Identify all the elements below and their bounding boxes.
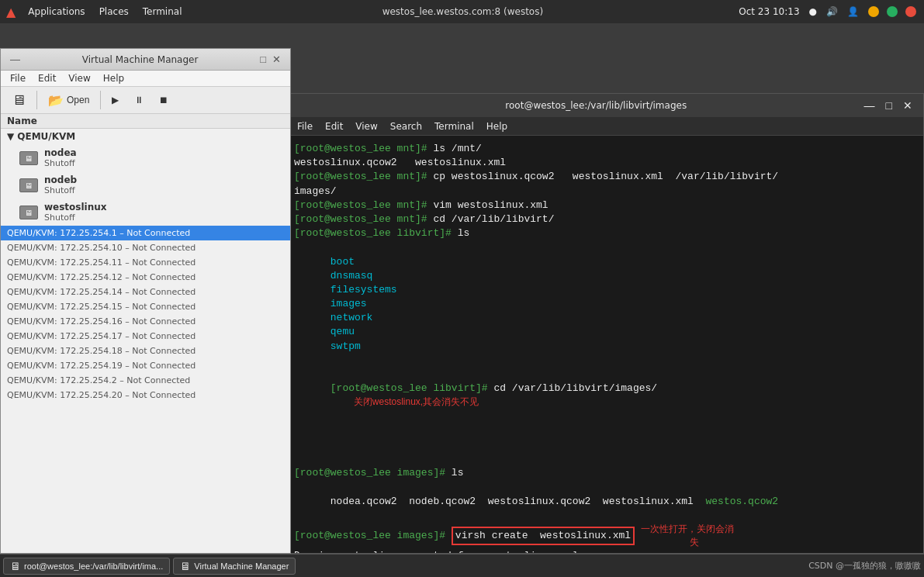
maximize-button[interactable] (887, 6, 898, 17)
vm-network-4[interactable]: QEMU/KVM: 172.25.254.12 – Not Connected (1, 270, 290, 285)
vm-network-11[interactable]: QEMU/KVM: 172.25.254.2 – Not Connected (1, 373, 290, 388)
terminal-menu-edit[interactable]: Edit (319, 119, 349, 133)
top-taskbar: ▲ Applications Places Terminal westos_le… (0, 0, 924, 23)
vm-info-nodeb: nodeb Shutoff (44, 174, 77, 195)
virsh-create-cmd: virsh create westoslinux.xml (452, 527, 635, 545)
terminal-window: root@westos_lee:/var/lib/libvirt/images … (287, 93, 924, 554)
vmm-toolbar: 🖥 📂 Open ▶ ⏸ ⏹ (1, 87, 290, 114)
vm-network-3[interactable]: QEMU/KVM: 172.25.254.11 – Not Connected (1, 255, 290, 270)
terminal-line-12: Domain westoslinux created from westosli… (294, 549, 917, 553)
taskbar-terminal-btn[interactable]: 🖥 root@westos_lee:/var/lib/libvirt/ima..… (3, 558, 170, 575)
menu-terminal[interactable]: Terminal (137, 5, 189, 19)
vmm-menu-file[interactable]: File (4, 71, 32, 85)
vm-network-10[interactable]: QEMU/KVM: 172.25.254.19 – Not Connected (1, 358, 290, 373)
bottom-right-text: CSDN @一孤独的狼，嗷嗷嗷 (808, 560, 921, 572)
vm-network-1[interactable]: QEMU/KVM: 172.25.254.1 – Not Connected (1, 226, 290, 240)
taskbar-logo: ▲ (6, 5, 16, 19)
vmm-taskbar-icon: 🖥 (180, 560, 191, 572)
terminal-line-10: nodea.qcow2 nodeb.qcow2 westoslinux.qcow… (294, 481, 917, 523)
network-icon: ● (809, 6, 817, 17)
terminal-menu-terminal[interactable]: Terminal (428, 119, 480, 133)
window-title: westos_lee.westos.com:8 (westos) (382, 6, 543, 17)
terminal-line-3: [root@westos_lee mnt]# cp westoslinux.qc… (294, 170, 917, 184)
terminal-line-5: [root@westos_lee mnt]# cd /var/lib/libvi… (294, 212, 917, 226)
vmm-restore-btn[interactable]: □ (257, 53, 269, 66)
vm-group-qemu: ▼ QEMU/KVM (1, 129, 290, 144)
terminal-line-6: [root@westos_lee libvirt]# ls (294, 226, 917, 240)
toolbar-separator-2 (100, 91, 101, 109)
vm-list[interactable]: ▼ QEMU/KVM 🖥 nodea Shutoff 🖥 nodeb Shuto… (1, 129, 290, 553)
terminal-win-controls: — □ ✕ (860, 98, 917, 113)
terminal-line-3b: images/ (294, 185, 917, 199)
vmm-window: — Virtual Machine Manager □ ✕ File Edit … (0, 48, 291, 554)
terminal-line-9: [root@westos_lee images]# ls (294, 466, 917, 480)
stop-icon: ⏹ (159, 95, 168, 105)
bottom-taskbar: 🖥 root@westos_lee:/var/lib/libvirt/ima..… (0, 554, 924, 577)
vm-name-nodea: nodea (44, 147, 77, 158)
terminal-line-8: [root@westos_lee libvirt]# cd /var/lib/l… (294, 368, 917, 466)
terminal-maximize-btn[interactable]: □ (881, 98, 897, 113)
taskbar-vmm-btn[interactable]: 🖥 Virtual Machine Manager (173, 558, 296, 575)
terminal-menu-help[interactable]: Help (480, 119, 514, 133)
taskbar-right: Oct 23 10:13 ● 🔊 👤 (737, 6, 918, 17)
play-icon: ▶ (112, 95, 119, 105)
taskbar-left: ▲ Applications Places Terminal (6, 5, 189, 19)
open-icon: 📂 (48, 93, 64, 108)
vm-icon-nodea: 🖥 (19, 151, 38, 165)
vm-network-8[interactable]: QEMU/KVM: 172.25.254.17 – Not Connected (1, 329, 290, 344)
vm-item-nodea[interactable]: 🖥 nodea Shutoff (1, 144, 290, 171)
terminal-line-7: boot dnsmasq filesystems images network … (294, 240, 917, 368)
vm-network-5[interactable]: QEMU/KVM: 172.25.254.14 – Not Connected (1, 285, 290, 299)
csdn-watermark: CSDN @一孤独的狼，嗷嗷嗷 (808, 560, 921, 572)
vmm-close-btn[interactable]: ✕ (269, 53, 284, 66)
vmm-open-btn[interactable]: 📂 Open (42, 91, 95, 110)
toolbar-separator (36, 91, 37, 109)
terminal-menu-file[interactable]: File (291, 119, 319, 133)
vmm-stop-btn[interactable]: ⏹ (153, 92, 175, 108)
vmm-menu-help[interactable]: Help (97, 71, 130, 85)
terminal-close-btn[interactable]: ✕ (898, 98, 917, 113)
vm-network-9[interactable]: QEMU/KVM: 172.25.254.18 – Not Connected (1, 344, 290, 358)
terminal-content[interactable]: [root@westos_lee mnt]# ls /mnt/ westosli… (288, 136, 923, 553)
vmm-menu-edit[interactable]: Edit (32, 71, 62, 85)
taskbar-menu: Applications Places Terminal (22, 5, 188, 19)
vm-info-westoslinux: westoslinux Shutoff (44, 202, 107, 223)
group-label: QEMU/KVM (17, 131, 75, 142)
vm-name-nodeb: nodeb (44, 174, 77, 185)
vmm-menu-view[interactable]: View (62, 71, 96, 85)
terminal-minimize-btn[interactable]: — (860, 98, 880, 113)
group-chevron-icon: ▼ (7, 131, 14, 142)
user-icon: 👤 (847, 6, 859, 17)
terminal-line-4: [root@westos_lee mnt]# vim westoslinux.x… (294, 199, 917, 212)
menu-applications[interactable]: Applications (22, 5, 91, 19)
vm-name-westoslinux: westoslinux (44, 202, 107, 212)
terminal-menu-view[interactable]: View (349, 119, 383, 133)
vm-network-6[interactable]: QEMU/KVM: 172.25.254.15 – Not Connected (1, 299, 290, 314)
minimize-button[interactable] (868, 6, 879, 17)
vm-network-2[interactable]: QEMU/KVM: 172.25.254.10 – Not Connected (1, 240, 290, 255)
vmm-new-vm-btn[interactable]: 🖥 (5, 90, 32, 111)
terminal-line-11: [root@westos_lee images]# virsh create w… (294, 523, 917, 549)
taskbar-datetime: Oct 23 10:13 (739, 6, 799, 17)
terminal-menu-search[interactable]: Search (384, 119, 428, 133)
new-vm-icon: 🖥 (12, 92, 26, 109)
terminal-taskbar-label: root@westos_lee:/var/lib/libvirt/ima... (24, 561, 163, 571)
open-label: Open (67, 95, 89, 105)
vm-item-westoslinux[interactable]: 🖥 westoslinux Shutoff (1, 199, 290, 226)
vmm-play-btn[interactable]: ▶ (106, 92, 125, 108)
close-button[interactable] (905, 6, 916, 17)
volume-icon: 🔊 (826, 6, 838, 17)
pause-icon: ⏸ (134, 95, 144, 105)
terminal-line-2: westoslinux.qcow2 westoslinux.xml (294, 156, 917, 170)
vmm-title: Virtual Machine Manager (23, 54, 257, 65)
vmm-pause-btn[interactable]: ⏸ (128, 92, 150, 108)
terminal-taskbar-icon: 🖥 (10, 560, 21, 572)
vm-network-12[interactable]: QEMU/KVM: 172.25.254.20 – Not Connected (1, 388, 290, 403)
vmm-titlebar: — Virtual Machine Manager □ ✕ (1, 49, 290, 71)
vmm-minimize-btn[interactable]: — (7, 53, 23, 66)
vm-network-7[interactable]: QEMU/KVM: 172.25.254.16 – Not Connected (1, 314, 290, 329)
vm-item-nodeb[interactable]: 🖥 nodeb Shutoff (1, 171, 290, 199)
terminal-title: root@westos_lee:/var/lib/libvirt/images (333, 100, 860, 111)
menu-places[interactable]: Places (93, 5, 135, 19)
terminal-line-1: [root@westos_lee mnt]# ls /mnt/ (294, 142, 917, 156)
